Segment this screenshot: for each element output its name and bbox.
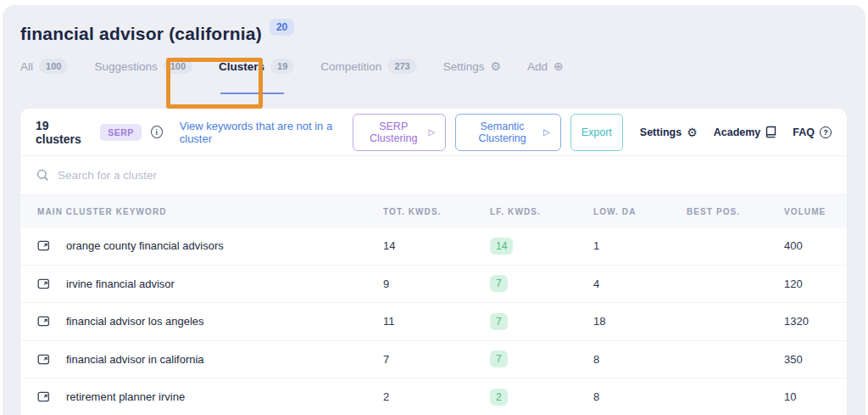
cluster-keyword[interactable]: irvine financial advisor (66, 278, 383, 290)
low-da-value: 8 (593, 353, 687, 366)
tab-suggestions[interactable]: Suggestions 100 (94, 59, 192, 74)
play-icon: ▷ (543, 127, 550, 137)
lf-kwds-cell: 2 (490, 389, 593, 406)
settings-button[interactable]: Settings ⚙ (640, 126, 698, 139)
table-row[interactable]: retirement planner irvine 2 2 8 10 (20, 379, 847, 415)
tot-kwds-value: 11 (383, 315, 490, 328)
search-icon (36, 169, 49, 182)
col-main-cluster-keyword[interactable]: Main Cluster Keyword (37, 207, 383, 216)
clusters-card: 19 clusters SERP i View keywords that ar… (20, 109, 847, 415)
info-icon[interactable]: i (151, 126, 163, 138)
open-cluster-icon[interactable] (37, 278, 66, 290)
low-da-value: 4 (593, 278, 687, 290)
academy-button[interactable]: Academy (714, 126, 777, 138)
table-row[interactable]: irvine financial advisor 9 7 4 120 (20, 266, 847, 304)
cluster-keyword[interactable]: financial advisor los angeles (66, 315, 383, 328)
open-cluster-icon[interactable] (37, 353, 66, 366)
low-da-value: 8 (593, 390, 687, 403)
lf-kwds-cell: 7 (490, 351, 593, 367)
volume-value: 120 (784, 278, 847, 290)
lf-kwds-badge: 14 (490, 238, 513, 255)
page-title: financial advisor (california) (20, 24, 262, 44)
open-cluster-icon[interactable] (37, 315, 66, 328)
export-button[interactable]: Export (570, 114, 623, 151)
serp-mode-badge: SERP (100, 124, 142, 141)
volume-value: 10 (784, 390, 847, 403)
col-best-pos[interactable]: Best Pos. (687, 207, 784, 216)
col-lf-kwds[interactable]: LF. Kwds. (490, 207, 593, 216)
lf-kwds-cell: 14 (490, 238, 593, 255)
tab-settings[interactable]: Settings ⚙ (443, 60, 501, 73)
tot-kwds-value: 14 (383, 239, 490, 252)
add-icon: ⊕ (554, 60, 564, 72)
table-row[interactable]: orange county financial advisors 14 14 1… (20, 227, 847, 266)
search-input[interactable] (58, 169, 831, 182)
tab-all[interactable]: All 100 (20, 59, 68, 74)
volume-value: 400 (784, 239, 847, 252)
play-icon: ▷ (428, 127, 435, 137)
col-volume[interactable]: Volume (784, 207, 847, 216)
tot-kwds-value: 7 (383, 353, 490, 366)
tab-clusters[interactable]: Clusters 19 (219, 59, 294, 74)
cluster-keyword[interactable]: retirement planner irvine (66, 390, 383, 403)
semantic-clustering-button[interactable]: Semantic Clustering▷ (455, 114, 561, 151)
lf-kwds-cell: 7 (490, 313, 593, 330)
app-page: financial advisor (california) 20 All 10… (3, 5, 865, 415)
faq-button[interactable]: FAQ ? (793, 126, 832, 138)
question-icon: ? (820, 126, 832, 138)
low-da-value: 18 (593, 315, 687, 328)
lf-kwds-badge: 2 (490, 389, 508, 406)
lf-kwds-cell: 7 (490, 275, 593, 292)
gear-icon: ⚙ (687, 126, 698, 139)
toolbar-right: SERP Clustering▷Semantic Clustering▷Expo… (353, 114, 832, 151)
tab-competition[interactable]: Competition 273 (320, 59, 416, 74)
gear-icon: ⚙ (491, 60, 502, 72)
col-low-da[interactable]: Low. DA (593, 207, 687, 216)
cluster-keyword[interactable]: orange county financial advisors (66, 239, 383, 252)
keyword-count-badge: 20 (270, 19, 294, 36)
col-tot-kwds[interactable]: Tot. Kwds. (383, 207, 490, 216)
volume-value: 1320 (784, 315, 847, 328)
book-icon (765, 126, 776, 138)
volume-value: 350 (784, 353, 847, 366)
table-body: orange county financial advisors 14 14 1… (20, 227, 847, 415)
view-unclustered-link[interactable]: View keywords that are not in a cluster (180, 120, 353, 145)
cluster-count-label: 19 clusters (36, 119, 92, 146)
tabs: All 100 Suggestions 100 Clusters 19 Comp… (3, 59, 865, 74)
tab-add[interactable]: Add ⊕ (527, 60, 564, 73)
tot-kwds-value: 2 (383, 390, 490, 403)
lf-kwds-badge: 7 (490, 275, 508, 292)
clusters-toolbar: 19 clusters SERP i View keywords that ar… (20, 109, 847, 156)
lf-kwds-badge: 7 (490, 351, 508, 367)
header: financial advisor (california) 20 (3, 5, 865, 44)
table-row[interactable]: financial advisor in california 7 7 8 35… (20, 341, 847, 379)
serp-clustering-button[interactable]: SERP Clustering▷ (353, 114, 446, 151)
table-row[interactable]: financial advisor los angeles 11 7 18 13… (20, 303, 847, 341)
lf-kwds-badge: 7 (490, 313, 508, 330)
open-cluster-icon[interactable] (37, 239, 66, 252)
tot-kwds-value: 9 (383, 278, 490, 290)
cluster-keyword[interactable]: financial advisor in california (66, 353, 383, 366)
search-bar (20, 156, 847, 195)
low-da-value: 1 (593, 239, 687, 252)
open-cluster-icon[interactable] (37, 390, 66, 403)
table-header: Main Cluster Keyword Tot. Kwds. LF. Kwds… (20, 195, 847, 227)
